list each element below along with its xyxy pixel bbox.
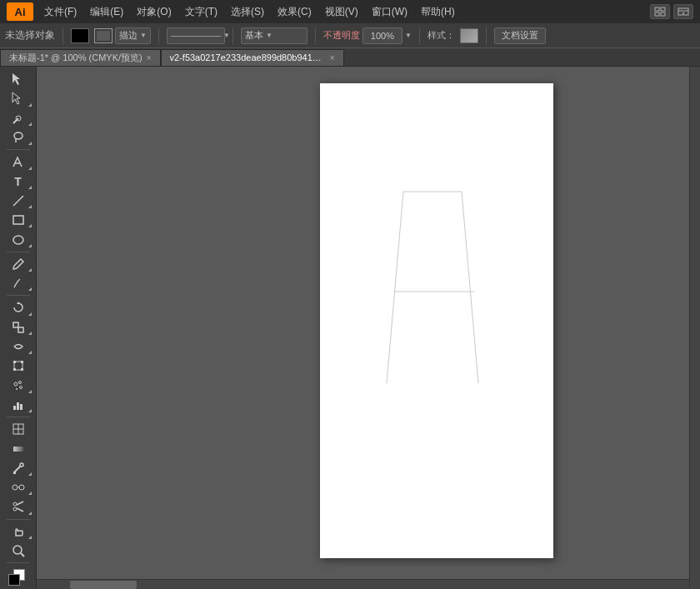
document-canvas — [320, 83, 553, 558]
svg-line-45 — [17, 508, 23, 512]
doc-settings-button[interactable]: 文档设置 — [494, 27, 546, 44]
menu-view[interactable]: 视图(V) — [319, 3, 364, 21]
stroke-swatch[interactable] — [94, 28, 112, 43]
svg-line-47 — [21, 553, 24, 557]
line-tool[interactable] — [3, 192, 33, 210]
tool-sub-triangle — [28, 122, 32, 126]
h-scrollbar-thumb[interactable] — [70, 581, 137, 589]
tool-sep-5 — [7, 519, 30, 520]
stroke-style-dropdown[interactable]: —————— ▼ — [167, 27, 225, 44]
direct-select-tool[interactable] — [3, 89, 33, 107]
paintbrush-tool[interactable] — [3, 255, 33, 273]
free-transform-tool[interactable] — [3, 357, 33, 375]
scissors-tool[interactable] — [3, 497, 33, 516]
tool-sub-triangle — [28, 244, 32, 247]
workspace-button[interactable]: ▼ — [673, 4, 693, 19]
menu-help[interactable]: 帮助(H) — [415, 3, 461, 21]
style-label: 样式： — [428, 29, 455, 42]
hand-tool[interactable] — [3, 522, 33, 541]
color-swatches[interactable] — [3, 566, 33, 586]
tab-untitled[interactable]: 未标题-1* @ 100% (CMYK/预览) × — [0, 49, 161, 66]
type-tool[interactable]: T — [3, 172, 33, 191]
rotate-tool[interactable] — [3, 298, 33, 317]
style-swatch[interactable] — [460, 28, 478, 43]
svg-rect-38 — [13, 472, 16, 474]
svg-point-43 — [13, 507, 17, 511]
svg-point-40 — [19, 485, 24, 490]
tool-sub-triangle — [28, 409, 32, 412]
pen-tool[interactable] — [3, 152, 33, 171]
svg-rect-35 — [13, 447, 23, 452]
menu-effect[interactable]: 效果(C) — [272, 3, 318, 21]
tab-image-close[interactable]: × — [330, 53, 335, 62]
svg-rect-24 — [21, 368, 23, 371]
scrollbar-thumb[interactable] — [692, 83, 700, 117]
symbol-sprayer-tool[interactable] — [3, 377, 33, 395]
tool-sub-triangle — [28, 186, 32, 189]
vertical-scrollbar[interactable] — [690, 67, 700, 589]
menu-edit[interactable]: 编辑(E) — [84, 3, 129, 21]
selection-status: 未选择对象 — [5, 28, 55, 42]
type-tool-icon: T — [14, 175, 22, 188]
zoom-tool[interactable] — [3, 542, 33, 560]
tool-sub-triangle — [28, 492, 32, 495]
tabs-bar: 未标题-1* @ 100% (CMYK/预览) × v2-f53a0217e23… — [0, 48, 700, 67]
svg-line-14 — [13, 196, 23, 206]
svg-rect-3 — [661, 12, 665, 16]
svg-rect-31 — [20, 404, 22, 410]
svg-point-25 — [14, 382, 18, 386]
svg-line-49 — [462, 192, 478, 383]
canvas-area[interactable] — [37, 67, 700, 589]
svg-rect-23 — [13, 368, 16, 371]
menu-select[interactable]: 选择(S) — [225, 3, 270, 21]
menu-file[interactable]: 文件(F) — [38, 3, 82, 21]
pencil-tool[interactable] — [3, 274, 33, 292]
warp-tool[interactable] — [3, 337, 33, 356]
sep1 — [62, 27, 63, 44]
tab-untitled-close[interactable]: × — [147, 53, 152, 62]
blend-tool[interactable] — [3, 478, 33, 497]
rect-tool[interactable] — [3, 211, 33, 229]
base-arrow: ▼ — [266, 32, 272, 39]
arrange-windows-button[interactable] — [650, 4, 670, 19]
opacity-dropdown-arrow: ▼ — [405, 32, 412, 39]
ellipse-tool[interactable] — [3, 230, 33, 248]
ai-logo: Ai — [7, 2, 33, 21]
stroke-dropdown[interactable]: 描边 ▼ — [115, 27, 151, 44]
mesh-tool[interactable] — [3, 420, 33, 438]
fill-swatch[interactable] — [71, 28, 89, 43]
svg-point-26 — [18, 381, 21, 383]
base-dropdown[interactable]: 基本 ▼ — [241, 27, 308, 44]
select-tool[interactable] — [3, 70, 33, 88]
tool-sep-2 — [7, 252, 30, 252]
gradient-tool[interactable] — [3, 439, 33, 457]
svg-marker-8 — [12, 92, 20, 104]
title-bar: Ai 文件(F) 编辑(E) 对象(O) 文字(T) 选择(S) 效果(C) 视… — [0, 0, 700, 23]
svg-rect-15 — [13, 216, 23, 224]
tool-sep-3 — [7, 295, 30, 296]
scale-tool[interactable] — [3, 318, 33, 337]
svg-rect-22 — [21, 361, 23, 363]
tool-sub-triangle — [28, 512, 32, 515]
magic-wand-tool[interactable] — [3, 109, 33, 127]
tool-sub-triangle — [28, 472, 32, 476]
horizontal-scrollbar[interactable] — [37, 579, 690, 589]
opacity-input[interactable] — [362, 27, 402, 44]
eyedropper-tool[interactable] — [3, 459, 33, 477]
menu-window[interactable]: 窗口(W) — [366, 3, 413, 21]
sep4 — [315, 27, 316, 44]
letter-a-drawing — [378, 183, 487, 392]
stroke-style-arrow: ▼ — [223, 32, 230, 39]
svg-point-42 — [13, 502, 17, 506]
svg-rect-29 — [13, 406, 16, 410]
svg-rect-30 — [17, 402, 19, 410]
sep5 — [419, 27, 420, 44]
tab-image[interactable]: v2-f53a0217e233deae899d80b9416a91ad_720w… — [161, 49, 344, 66]
menu-object[interactable]: 对象(O) — [131, 3, 177, 21]
svg-rect-21 — [13, 361, 16, 363]
menu-text[interactable]: 文字(T) — [179, 3, 223, 21]
column-graph-tool[interactable] — [3, 396, 33, 414]
lasso-tool[interactable] — [3, 128, 33, 147]
tab-image-label: v2-f53a0217e233deae899d80b9416a91ad_720w… — [170, 52, 326, 64]
svg-point-27 — [19, 386, 22, 388]
